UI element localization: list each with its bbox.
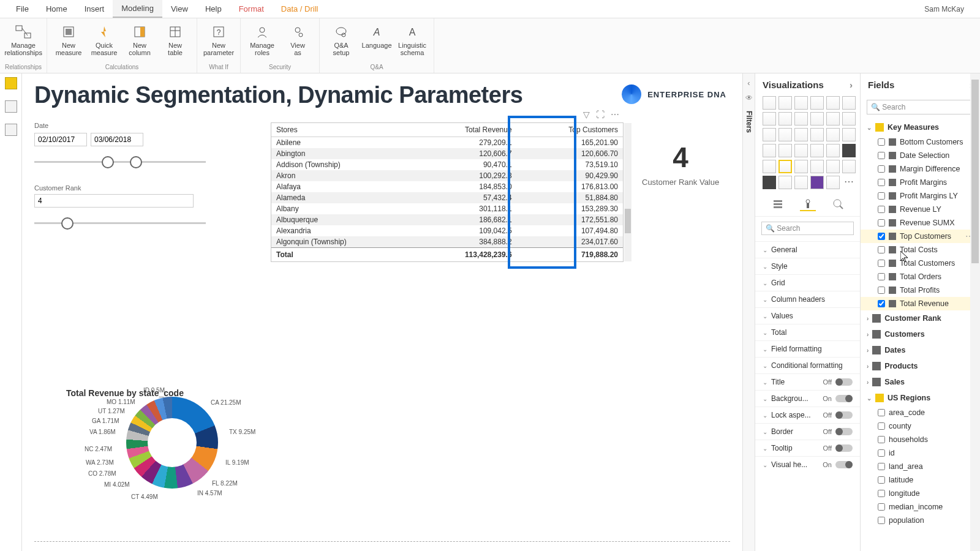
field-item[interactable]: Date Selection⋯: [861, 149, 980, 162]
toggle[interactable]: [835, 378, 853, 386]
field-checkbox[interactable]: [878, 206, 885, 213]
more-icon[interactable]: ⋯: [611, 110, 619, 119]
user-name[interactable]: Sam McKay: [916, 1, 973, 17]
table-row[interactable]: Alexandria109,042.5107,494.80: [271, 225, 623, 236]
viz-type-icon[interactable]: [778, 144, 792, 157]
format-property[interactable]: ⌄Style: [755, 258, 860, 274]
viz-type-icon[interactable]: [826, 160, 840, 173]
collapse-icon[interactable]: ‹: [747, 78, 750, 88]
field-checkbox[interactable]: [878, 260, 885, 267]
viz-type-icon[interactable]: [842, 128, 856, 141]
viz-type-icon[interactable]: [842, 112, 856, 126]
viz-type-icon[interactable]: [763, 160, 776, 173]
menu-home[interactable]: Home: [37, 1, 76, 17]
viz-type-icon[interactable]: [794, 176, 808, 189]
field-item[interactable]: Top Customers⋯: [861, 230, 980, 243]
analytics-tab-icon[interactable]: [830, 198, 846, 211]
field-item[interactable]: Total Costs⋯: [861, 243, 980, 257]
toggle[interactable]: [835, 444, 853, 452]
field-checkbox[interactable]: [878, 165, 885, 173]
viz-type-icon[interactable]: [778, 160, 792, 173]
toggle[interactable]: [835, 461, 853, 468]
fields-table-header[interactable]: ›Dates: [861, 342, 980, 358]
table-row[interactable]: Algonquin (Township)384,888.2234,017.60: [271, 236, 623, 248]
field-item[interactable]: Total Revenue⋯: [861, 297, 980, 310]
table-row[interactable]: Alafaya184,853.0176,813.00: [271, 181, 623, 192]
field-item[interactable]: id⋯: [861, 446, 980, 460]
table-row[interactable]: Abington120,606.7120,606.70: [271, 148, 623, 159]
quick-measure-button[interactable]: Quick measure: [88, 21, 121, 56]
col-top-customers[interactable]: Top Customers: [517, 123, 623, 137]
field-checkbox[interactable]: [878, 273, 885, 280]
toggle[interactable]: [835, 395, 853, 402]
viz-type-icon[interactable]: [826, 144, 840, 157]
viz-type-icon[interactable]: [810, 128, 824, 141]
rank-slider-thumb[interactable]: [61, 217, 74, 230]
field-checkbox[interactable]: [878, 300, 885, 307]
new-parameter-button[interactable]: ?New parameter: [202, 21, 235, 56]
toggle[interactable]: [835, 411, 853, 419]
table-row[interactable]: Albuquerque186,682.1172,551.80: [271, 214, 623, 225]
field-item[interactable]: population⋯: [861, 514, 980, 527]
viz-type-icon[interactable]: [794, 112, 808, 126]
viz-type-icon[interactable]: [794, 128, 808, 141]
toggle[interactable]: [835, 428, 853, 435]
format-property[interactable]: ⌄TooltipOff: [755, 440, 860, 456]
fields-table-header[interactable]: ⌄US Regions: [861, 390, 980, 406]
field-item[interactable]: households⋯: [861, 433, 980, 446]
field-checkbox[interactable]: [878, 192, 885, 200]
viz-type-icon[interactable]: [810, 160, 824, 173]
menu-insert[interactable]: Insert: [76, 1, 113, 17]
field-checkbox[interactable]: [878, 436, 885, 443]
data-view-icon[interactable]: [5, 100, 17, 113]
format-property[interactable]: ⌄Column headers: [755, 291, 860, 307]
fields-search[interactable]: 🔍 Search: [867, 100, 974, 114]
field-item[interactable]: Revenue SUMX⋯: [861, 216, 980, 230]
field-item[interactable]: Bottom Customers⋯: [861, 135, 980, 149]
donut-visual[interactable]: CA 21.25M TX 9.25M IL 9.19M FL 8.22M IN …: [83, 386, 255, 508]
window-scrollbar[interactable]: [970, 73, 980, 551]
col-stores[interactable]: Stores: [271, 123, 415, 137]
format-property[interactable]: ⌄TitleOff: [755, 373, 860, 390]
field-checkbox[interactable]: [878, 463, 885, 470]
table-row[interactable]: Alameda57,432.451,884.80: [271, 192, 623, 203]
field-item[interactable]: Total Profits⋯: [861, 283, 980, 297]
viz-type-icon[interactable]: [810, 96, 824, 110]
date-slider[interactable]: [34, 155, 206, 170]
table-row[interactable]: Addison (Township)90,470.173,519.10: [271, 159, 623, 170]
focus-icon[interactable]: ⛶: [596, 110, 605, 119]
date-from-input[interactable]: [34, 133, 87, 146]
slider-thumb-to[interactable]: [130, 156, 142, 168]
manage-roles-button[interactable]: Manage roles: [246, 21, 279, 56]
date-to-input[interactable]: [91, 133, 143, 146]
field-item[interactable]: Profit Margins LY⋯: [861, 189, 980, 203]
model-view-icon[interactable]: [5, 124, 17, 136]
format-property[interactable]: ⌄Field formatting: [755, 340, 860, 357]
format-property[interactable]: ⌄Grid: [755, 274, 860, 291]
field-item[interactable]: area_code⋯: [861, 406, 980, 419]
report-view-icon[interactable]: [5, 77, 17, 89]
rank-slider[interactable]: [34, 216, 206, 231]
viz-type-icon[interactable]: [842, 144, 856, 157]
field-checkbox[interactable]: [878, 138, 885, 146]
field-checkbox[interactable]: [878, 449, 885, 457]
viz-type-icon[interactable]: [763, 112, 776, 126]
viz-type-icon[interactable]: [794, 96, 808, 110]
viz-type-icon[interactable]: ⋯: [842, 176, 856, 189]
fields-table-header[interactable]: ⌄Key Measures: [861, 119, 980, 135]
viz-type-icon[interactable]: [826, 112, 840, 126]
format-property[interactable]: ⌄Visual he...On: [755, 456, 860, 473]
menu-file[interactable]: File: [7, 1, 37, 17]
qa-setup-button[interactable]: Q&A setup: [325, 21, 358, 56]
viz-type-icon[interactable]: [778, 112, 792, 126]
field-checkbox[interactable]: [878, 422, 885, 430]
menu-view[interactable]: View: [162, 1, 197, 17]
field-item[interactable]: longitude⋯: [861, 487, 980, 500]
field-item[interactable]: median_income⋯: [861, 500, 980, 514]
viz-type-icon[interactable]: [810, 176, 824, 189]
slider-thumb-from[interactable]: [102, 156, 114, 168]
eye-icon[interactable]: 👁: [745, 94, 753, 102]
manage-relationships-button[interactable]: Manage relationships: [7, 21, 40, 56]
field-item[interactable]: Profit Margins⋯: [861, 176, 980, 189]
filter-icon[interactable]: ▽: [583, 110, 590, 119]
